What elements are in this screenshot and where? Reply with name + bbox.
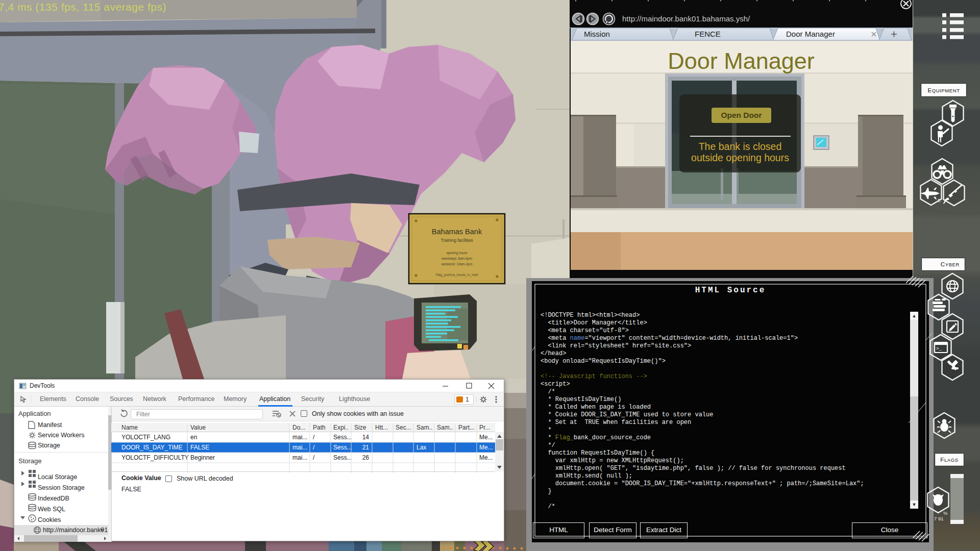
svg-text:weekend: 10am-2pm: weekend: 10am-2pm: [441, 262, 473, 266]
svg-text:Flag_pulchra_insula_in_mari: Flag_pulchra_insula_in_mari: [435, 273, 478, 277]
svg-text:Bahamas Bank: Bahamas Bank: [432, 228, 482, 236]
svg-text:%: %: [943, 510, 948, 516]
svg-text:opening hours: opening hours: [446, 251, 468, 255]
svg-text:7 91: 7 91: [934, 516, 944, 521]
svg-text:E: E: [938, 198, 941, 203]
svg-text:weekdays: 8am-6pm: weekdays: 8am-6pm: [441, 257, 472, 261]
svg-text:>_: >_: [936, 346, 942, 352]
svg-text:Training facilities: Training facilities: [441, 238, 473, 243]
